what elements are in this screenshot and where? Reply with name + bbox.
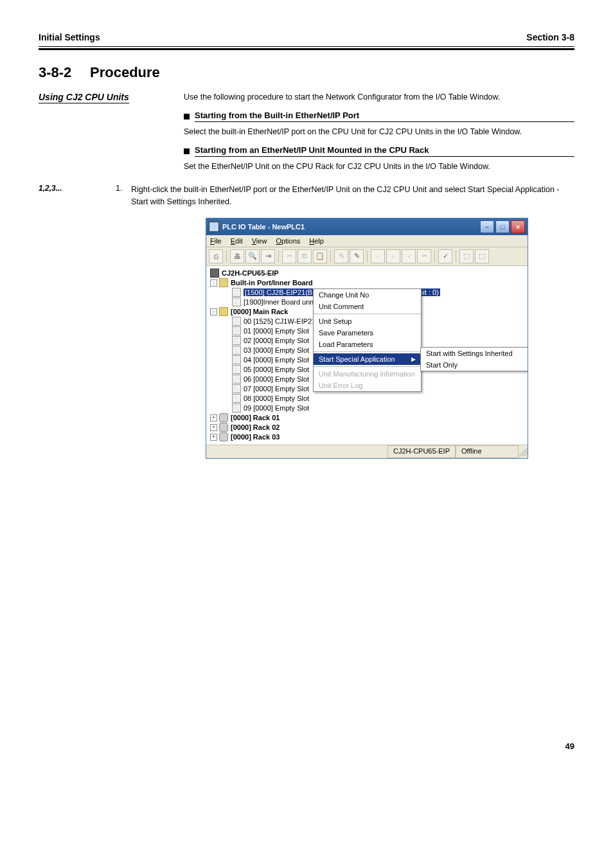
section-number: 3-8-2 — [39, 64, 90, 81]
page-number: 49 — [39, 741, 574, 751]
cm-load-parameters[interactable]: Load Parameters — [314, 339, 421, 350]
slot-icon — [232, 317, 241, 326]
tree-slot[interactable]: 06 [0000] Empty Slot — [244, 375, 309, 383]
menu-edit[interactable]: Edit — [231, 237, 243, 245]
header-left: Initial Settings — [39, 32, 100, 42]
slot-icon — [232, 326, 241, 335]
tree-item[interactable]: [1900]Inner Board unm — [244, 298, 316, 306]
menu-view[interactable]: View — [252, 237, 267, 245]
toolbar-button[interactable]: ▫ — [402, 249, 416, 263]
side-heading: Using CJ2 CPU Units — [39, 92, 129, 103]
menu-file[interactable]: File — [210, 237, 222, 245]
slot-icon — [232, 346, 241, 355]
toolbar-preview-button[interactable]: 🔍 — [245, 249, 260, 263]
expander-icon[interactable]: + — [210, 414, 217, 421]
tree-rack[interactable]: [0000] Rack 03 — [231, 433, 280, 441]
step-text: Right-click the built-in EtherNet/IP por… — [131, 184, 574, 207]
toolbar-separator — [434, 251, 435, 262]
submenu-start-only[interactable]: Start Only — [421, 359, 528, 371]
folder-icon — [219, 307, 228, 316]
submenu-start-inherited[interactable]: Start with Settings Inherited — [421, 348, 528, 359]
expander-icon[interactable]: - — [210, 308, 217, 315]
tree-slot[interactable]: 02 [0000] Empty Slot — [244, 337, 309, 344]
expander-icon[interactable]: + — [210, 424, 217, 431]
toolbar-button[interactable]: ⬚ — [459, 249, 474, 263]
toolbar-paste-button[interactable]: 📋 — [313, 249, 327, 263]
toolbar-button[interactable]: ⬚ — [475, 249, 489, 263]
sub2-text: Set the EtherNet/IP Unit on the CPU Rack… — [184, 161, 574, 172]
close-button[interactable]: × — [511, 220, 525, 233]
toolbar-button[interactable]: ▫ — [371, 249, 385, 263]
submenu-arrow-icon: ▶ — [411, 356, 416, 362]
toolbar-cut-button[interactable]: ✂ — [282, 249, 296, 263]
status-cpu: CJ2H-CPU65-EIP — [387, 445, 456, 458]
slot-icon — [232, 288, 241, 297]
tree-slot[interactable]: 04 [0000] Empty Slot — [244, 356, 309, 364]
tree-slot[interactable]: 01 [0000] Empty Slot — [244, 327, 309, 335]
titlebar[interactable]: PLC IO Table - NewPLC1 – □ × — [206, 218, 528, 235]
section-title: Procedure — [90, 64, 160, 81]
rack-icon — [219, 413, 228, 422]
toolbar-check-button[interactable]: ✓ — [438, 249, 452, 263]
menu-separator — [314, 314, 421, 314]
tree-slot[interactable]: 08 [0000] Empty Slot — [244, 394, 309, 402]
cm-change-unit-no[interactable]: Change Unit No — [314, 289, 421, 301]
slot-icon — [232, 384, 241, 393]
tree-inner-board[interactable]: Built-in Port/Inner Board — [231, 279, 313, 287]
toolbar-button[interactable]: ⇥ — [261, 249, 275, 263]
tree-view[interactable]: CJ2H-CPU65-EIP -Built-in Port/Inner Boar… — [206, 266, 528, 445]
tree-slot[interactable]: 00 [1525] CJ1W-EIP21 — [244, 317, 315, 325]
toolbar-button[interactable]: ✎ — [334, 249, 348, 263]
cm-unit-error-log[interactable]: Unit Error Log — [314, 380, 421, 391]
step-marker: 1,2,3... — [39, 184, 116, 207]
cm-start-special-application[interactable]: Start Special Application ▶ — [314, 353, 421, 365]
cm-unit-setup[interactable]: Unit Setup — [314, 315, 421, 327]
header-right: Section 3-8 — [526, 32, 574, 42]
cpu-icon — [210, 269, 219, 278]
tree-slot[interactable]: 07 [0000] Empty Slot — [244, 385, 309, 393]
slot-icon — [232, 365, 241, 374]
sub1-text: Select the built-in EtherNet/IP port on … — [184, 126, 574, 137]
tree-root[interactable]: CJ2H-CPU65-EIP — [222, 269, 279, 277]
toolbar-button[interactable]: ✂ — [417, 249, 431, 263]
cm-start-special-label: Start Special Application — [319, 355, 395, 363]
cm-unit-mfg-info[interactable]: Unit Manufacturing information — [314, 368, 421, 380]
bullet-icon — [184, 148, 190, 154]
tree-rack[interactable]: [0000] Rack 02 — [231, 423, 280, 431]
toolbar-button[interactable]: ✎ — [350, 249, 364, 263]
slot-icon — [232, 403, 241, 412]
toolbar-button[interactable]: ⎙ — [209, 249, 223, 263]
divider — [39, 48, 574, 50]
expander-icon[interactable]: - — [210, 279, 217, 287]
toolbar-copy-button[interactable]: ⧉ — [298, 249, 312, 263]
rack-icon — [219, 432, 228, 441]
resize-grip-icon[interactable] — [519, 447, 528, 456]
menubar: File Edit View Options Help — [206, 235, 528, 247]
cm-save-parameters[interactable]: Save Parameters — [314, 327, 421, 339]
slot-icon — [232, 297, 241, 306]
toolbar-button[interactable]: ▫ — [386, 249, 400, 263]
io-table-window: PLC IO Table - NewPLC1 – □ × File Edit V… — [206, 218, 528, 459]
expander-icon[interactable]: + — [210, 434, 217, 441]
app-icon — [209, 222, 219, 232]
context-menu: Change Unit No Unit Comment Unit Setup S… — [313, 288, 422, 392]
toolbar-separator — [456, 251, 456, 262]
tree-main-rack[interactable]: [0000] Main Rack — [231, 308, 288, 315]
tree-rack[interactable]: [0000] Rack 01 — [231, 414, 280, 421]
menu-options[interactable]: Options — [276, 237, 300, 245]
toolbar-print-button[interactable]: 🖶 — [230, 249, 244, 263]
menu-help[interactable]: Help — [309, 237, 324, 245]
folder-icon — [219, 278, 228, 287]
toolbar-separator — [367, 251, 368, 262]
minimize-button[interactable]: – — [480, 220, 494, 233]
tree-slot[interactable]: 03 [0000] Empty Slot — [244, 346, 309, 354]
cm-unit-comment[interactable]: Unit Comment — [314, 301, 421, 312]
maximize-button[interactable]: □ — [495, 220, 510, 233]
tree-slot[interactable]: 05 [0000] Empty Slot — [244, 366, 309, 373]
toolbar-separator — [226, 251, 227, 262]
submenu: Start with Settings Inherited Start Only — [420, 347, 528, 371]
slot-icon — [232, 336, 241, 345]
tree-slot[interactable]: 09 [0000] Empty Slot — [244, 404, 309, 412]
bullet-icon — [184, 114, 190, 120]
toolbar-separator — [278, 251, 279, 262]
